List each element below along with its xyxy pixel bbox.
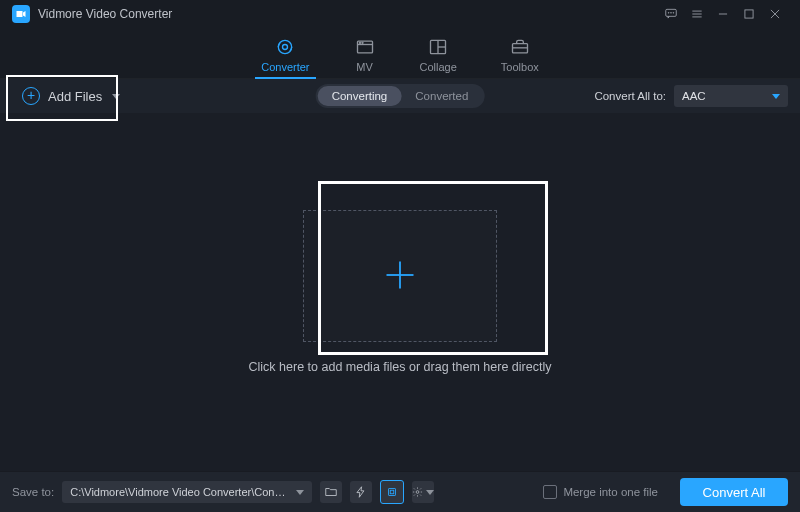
svg-point-12	[283, 45, 288, 50]
title-bar: Vidmore Video Converter	[0, 0, 800, 28]
tab-mv[interactable]: MV	[354, 36, 376, 78]
maximize-icon	[742, 7, 756, 21]
minimize-icon	[716, 7, 730, 21]
add-files-button[interactable]: Add Files	[12, 81, 130, 111]
settings-button[interactable]	[412, 481, 434, 503]
collage-icon	[427, 36, 449, 58]
mode-toggle: Converting Converted	[316, 84, 485, 108]
lightning-icon	[354, 485, 368, 499]
svg-point-1	[668, 12, 669, 13]
minimize-button[interactable]	[710, 5, 736, 23]
converter-icon	[274, 36, 296, 58]
svg-point-3	[673, 12, 674, 13]
convert-all-to: Convert All to: AAC	[594, 85, 788, 107]
main-area: Click here to add media files or drag th…	[0, 113, 800, 471]
gpu-accel-toggle[interactable]	[380, 480, 404, 504]
tab-label: Collage	[420, 61, 457, 73]
chevron-down-icon	[772, 94, 780, 99]
toolbox-icon	[509, 36, 531, 58]
mode-converting[interactable]: Converting	[318, 86, 402, 106]
menu-icon	[690, 7, 704, 21]
plus-icon	[382, 257, 418, 296]
speech-bubble-icon	[664, 7, 678, 21]
svg-rect-8	[745, 10, 753, 18]
convert-all-button[interactable]: Convert All	[680, 478, 788, 506]
mode-converted[interactable]: Converted	[401, 86, 482, 106]
chevron-down-icon	[426, 490, 434, 495]
tab-toolbox[interactable]: Toolbox	[501, 36, 539, 78]
output-format-select[interactable]: AAC	[674, 85, 788, 107]
svg-point-2	[671, 12, 672, 13]
plus-circle-icon	[22, 87, 40, 105]
save-path-select[interactable]: C:\Vidmore\Vidmore Video Converter\Conve…	[62, 481, 312, 503]
add-files-label: Add Files	[48, 89, 102, 104]
app-title: Vidmore Video Converter	[38, 7, 172, 21]
gear-icon	[412, 485, 423, 499]
high-speed-toggle[interactable]	[350, 481, 372, 503]
convert-all-label: Convert All	[703, 485, 766, 500]
maximize-button[interactable]	[736, 5, 762, 23]
app-logo	[12, 5, 30, 23]
add-media-dropzone[interactable]	[303, 210, 497, 342]
mv-icon	[354, 36, 376, 58]
open-output-folder-button[interactable]	[320, 481, 342, 503]
checkbox-box	[543, 485, 557, 499]
svg-point-11	[279, 40, 292, 53]
svg-point-15	[362, 42, 363, 43]
tab-label: Converter	[261, 61, 309, 73]
menu-button[interactable]	[684, 5, 710, 23]
save-to-label: Save to:	[12, 486, 54, 498]
close-button[interactable]	[762, 5, 788, 23]
tab-label: MV	[356, 61, 373, 73]
chevron-down-icon	[296, 490, 304, 495]
svg-rect-23	[389, 489, 396, 496]
svg-point-14	[359, 42, 360, 43]
tab-converter[interactable]: Converter	[261, 36, 309, 78]
dropzone-hint: Click here to add media files or drag th…	[249, 360, 552, 374]
svg-rect-24	[390, 490, 394, 494]
toolbar: Add Files Converting Converted Convert A…	[0, 79, 800, 113]
tab-label: Toolbox	[501, 61, 539, 73]
tab-collage[interactable]: Collage	[420, 36, 457, 78]
chevron-down-icon	[112, 94, 120, 99]
save-path-value: C:\Vidmore\Vidmore Video Converter\Conve…	[70, 486, 290, 498]
camera-icon	[15, 8, 27, 20]
footer: Save to: C:\Vidmore\Vidmore Video Conver…	[0, 471, 800, 512]
output-format-value: AAC	[682, 90, 706, 102]
close-icon	[768, 7, 782, 21]
merge-label: Merge into one file	[563, 486, 658, 498]
svg-point-25	[416, 491, 419, 494]
chip-icon	[385, 485, 399, 499]
folder-icon	[324, 485, 338, 499]
convert-all-to-label: Convert All to:	[594, 90, 666, 102]
main-tabs: Converter MV Collage Toolbox	[0, 28, 800, 79]
feedback-button[interactable]	[658, 5, 684, 23]
merge-into-one-checkbox[interactable]: Merge into one file	[543, 485, 658, 499]
